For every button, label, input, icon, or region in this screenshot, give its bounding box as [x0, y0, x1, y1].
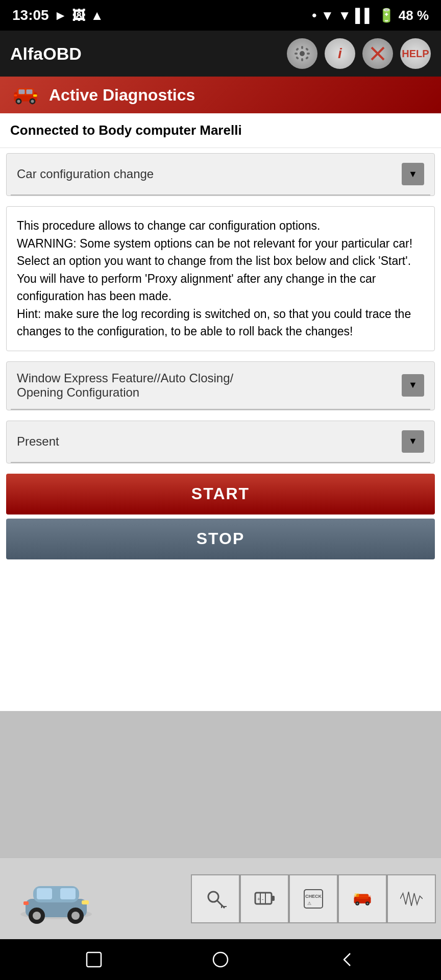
- status-time: 13:05: [12, 7, 49, 23]
- wifi-icon: ▼: [321, 8, 334, 23]
- car-svg: [10, 82, 41, 108]
- svg-point-18: [31, 100, 34, 103]
- app-title: AlfaOBD: [10, 44, 82, 64]
- nav-back-button[interactable]: [334, 947, 360, 972]
- dropdown1-row[interactable]: Car configuration change: [7, 154, 434, 194]
- svg-point-54: [213, 952, 228, 967]
- svg-point-50: [366, 902, 368, 904]
- status-right: • ▼ ▼ ▌▌ 🔋 48 %: [312, 8, 429, 23]
- svg-rect-6: [305, 56, 309, 60]
- help-button[interactable]: HELP: [400, 38, 431, 69]
- dropdown3-divider: [11, 462, 430, 463]
- description-box: This procedure allows to change car conf…: [6, 206, 435, 351]
- bottom-toolbar: + - CHECK ⚠: [0, 857, 441, 939]
- start-button[interactable]: START: [6, 474, 435, 514]
- svg-rect-5: [296, 47, 299, 51]
- image-icon: 🖼: [72, 8, 85, 23]
- toolbar-btn-key[interactable]: [191, 874, 240, 923]
- svg-rect-13: [19, 89, 25, 94]
- signal-icon: ▌▌: [355, 8, 374, 23]
- connected-banner: Connected to Body computer Marelli: [0, 113, 441, 148]
- tools-icon: [370, 45, 386, 62]
- svg-text:⚠: ⚠: [307, 901, 311, 906]
- toolbar-buttons: + - CHECK ⚠: [191, 874, 436, 923]
- check-warning-icon: CHECK ⚠: [302, 888, 325, 910]
- toolbar-car-svg: [15, 871, 97, 927]
- battery-text: 48 %: [399, 8, 429, 23]
- toolbar-car-area: [5, 871, 191, 927]
- toolbar-btn-waveform[interactable]: [387, 874, 436, 923]
- svg-rect-37: [272, 896, 275, 901]
- gray-area: [0, 711, 441, 857]
- dropdown3-container: Present: [6, 421, 435, 463]
- app-bar-icons: i HELP: [287, 38, 431, 69]
- dropdown1-label: Car configuration change: [17, 167, 402, 181]
- stop-button[interactable]: STOP: [6, 519, 435, 559]
- dot-icon: •: [312, 8, 316, 23]
- nav-square-icon: [84, 949, 104, 970]
- svg-point-0: [300, 51, 305, 56]
- svg-rect-4: [307, 53, 310, 55]
- svg-text:-: -: [262, 896, 263, 902]
- dropdown2-container: Window Express Feature//Auto Closing/Ope…: [6, 361, 435, 410]
- svg-rect-14: [27, 89, 33, 94]
- gear-button[interactable]: [287, 38, 317, 69]
- dropdown2-label: Window Express Feature//Auto Closing/Ope…: [17, 371, 402, 400]
- tools-button[interactable]: [362, 38, 393, 69]
- svg-line-33: [217, 900, 225, 908]
- svg-point-16: [17, 100, 20, 103]
- diag-header: Active Diagnostics: [0, 77, 441, 113]
- svg-rect-3: [295, 53, 298, 55]
- dropdown3-label: Present: [17, 434, 402, 449]
- svg-rect-20: [14, 94, 17, 96]
- battery-toolbar-icon: + -: [253, 888, 276, 910]
- svg-rect-30: [82, 900, 89, 904]
- main-content: Connected to Body computer Marelli Car c…: [0, 113, 441, 711]
- nav-circle-icon: [210, 949, 231, 970]
- toolbar-btn-battery[interactable]: + -: [240, 874, 289, 923]
- dropdown3-arrow[interactable]: [402, 430, 424, 453]
- waveform-icon: [400, 888, 423, 910]
- svg-point-48: [356, 902, 358, 904]
- wifi2-icon: ▼: [338, 8, 351, 23]
- info-button[interactable]: i: [325, 38, 355, 69]
- nav-home-button[interactable]: [208, 947, 233, 972]
- toolbar-btn-check[interactable]: CHECK ⚠: [289, 874, 338, 923]
- svg-rect-1: [301, 46, 303, 49]
- dropdown2-arrow[interactable]: [402, 374, 424, 397]
- app-bar: AlfaOBD i: [0, 31, 441, 77]
- key-icon: [204, 888, 227, 910]
- navigation-icon: ►: [54, 8, 67, 23]
- svg-point-29: [71, 912, 80, 920]
- gear-icon: [294, 45, 310, 62]
- redcar-icon: [351, 888, 374, 910]
- car-icon: [10, 82, 41, 108]
- svg-text:CHECK: CHECK: [305, 894, 322, 899]
- svg-rect-2: [301, 58, 303, 61]
- svg-rect-19: [33, 94, 37, 97]
- svg-rect-7: [296, 56, 299, 60]
- status-bar: 13:05 ► 🖼 ▲ • ▼ ▼ ▌▌ 🔋 48 %: [0, 0, 441, 31]
- dropdown1-arrow[interactable]: [402, 163, 424, 185]
- dropdown2-divider: [11, 409, 430, 410]
- dropdown1-divider: [11, 194, 430, 195]
- svg-text:+: +: [257, 896, 260, 902]
- svg-rect-24: [37, 888, 52, 899]
- dropdown1-container: Car configuration change: [6, 153, 435, 196]
- diag-title: Active Diagnostics: [49, 86, 195, 105]
- dropdown2-row[interactable]: Window Express Feature//Auto Closing/Ope…: [7, 362, 434, 409]
- nav-back-icon: [337, 949, 357, 970]
- nav-square-button[interactable]: [81, 947, 107, 972]
- upload-icon: ▲: [90, 8, 104, 23]
- svg-rect-31: [23, 901, 29, 905]
- status-left: 13:05 ► 🖼 ▲: [12, 7, 104, 23]
- connected-text: Connected to Body computer Marelli: [10, 122, 242, 138]
- svg-rect-25: [60, 888, 76, 899]
- toolbar-btn-redcar[interactable]: [338, 874, 387, 923]
- svg-rect-53: [87, 952, 101, 967]
- nav-bar: [0, 939, 441, 980]
- dropdown3-row[interactable]: Present: [7, 421, 434, 462]
- svg-rect-52: [355, 893, 359, 897]
- description-text: This procedure allows to change car conf…: [17, 219, 412, 338]
- svg-rect-8: [305, 47, 309, 51]
